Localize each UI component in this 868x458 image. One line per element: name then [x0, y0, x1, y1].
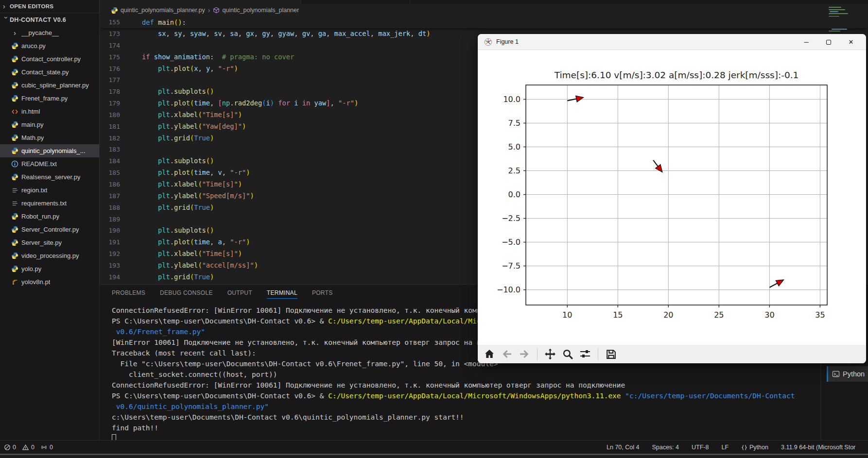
terminal-icon [832, 370, 840, 378]
file-item-aruco-py[interactable]: aruco.py [0, 39, 99, 52]
file-item--pycache-[interactable]: ›__pycache__ [0, 26, 99, 39]
vscode-window: › OPEN EDITORS › DH-CONTACT V0.6 ›__pyca… [0, 0, 868, 458]
file-item-video-processing-py[interactable]: video_processing.py [0, 249, 99, 262]
file-label: Frenet_frame.py [21, 95, 68, 102]
maximize-button[interactable] [817, 34, 840, 50]
sticky-scroll-line[interactable]: 155 def main(): [100, 17, 868, 28]
file-item-server-controller-py[interactable]: Server_Controller.py [0, 223, 99, 236]
line-number: 192 [100, 248, 120, 260]
file-item-contact-controller-py[interactable]: Contact_controller.py [0, 52, 99, 66]
file-label: Contact_controller.py [21, 55, 81, 63]
code-text: sx, sy, syaw, sv, sa, gx, gy, gyaw, gv, … [126, 28, 430, 40]
file-item-contact-state-py[interactable]: Contact_state.py [0, 66, 99, 79]
figure-titlebar[interactable]: Figure 1 ─ ✕ [478, 34, 866, 50]
line-number: 185 [100, 167, 120, 179]
file-label: Robot_run.py [21, 213, 59, 220]
breadcrumb-file[interactable]: quintic_polynomials_planner.py [121, 7, 205, 14]
close-button[interactable]: ✕ [840, 34, 862, 50]
toolbar-separator [537, 348, 538, 360]
explorer-sidebar: › OPEN EDITORS › DH-CONTACT V0.6 ›__pyca… [0, 0, 100, 440]
status-item-0[interactable]: 0 [22, 444, 35, 451]
project-header[interactable]: › DH-CONTACT V0.6 [0, 13, 99, 26]
figure-title: Figure 1 [496, 38, 519, 45]
zoom-tool-button[interactable] [561, 347, 574, 361]
status-item-python[interactable]: Python [741, 444, 768, 451]
active-tab-bottom [100, 0, 301, 4]
status-label: UTF-8 [692, 444, 709, 451]
forward-tool-button[interactable] [518, 347, 531, 361]
breadcrumb-symbol[interactable]: quintic_polynomials_planner [222, 7, 299, 14]
minimize-button[interactable]: ─ [795, 34, 817, 50]
file-item-cubic-spline-planner-py[interactable]: cubic_spline_planner.py [0, 79, 99, 92]
file-item-main-py[interactable]: main.py [0, 118, 99, 131]
panel-tab-output[interactable]: OUTPUT [227, 285, 252, 301]
code-text: plt.xlabel("Time[s]") [126, 248, 242, 260]
figure-canvas[interactable]: Time[s]:6.10 v[m/s]:3.02 a[m/ss]:0.28 je… [478, 50, 866, 345]
y-tick-label: −2.5 [502, 214, 521, 223]
terminal-tab-python[interactable]: Python [827, 366, 868, 382]
status-item-3-11-9-64-bit-microsoft-stor[interactable]: 3.11.9 64-bit (Microsoft Stor [781, 444, 855, 451]
open-editors-header[interactable]: › OPEN EDITORS [0, 0, 99, 13]
file-label: quintic_polynomials_... [21, 147, 86, 154]
python-icon [11, 42, 19, 50]
status-item-utf-8[interactable]: UTF-8 [692, 444, 709, 451]
y-tick-label: −10.0 [497, 285, 521, 294]
line-number: 190 [100, 225, 120, 237]
code-text: plt.subplots() [126, 86, 214, 98]
file-item-realsense-server-py[interactable]: Realsense_server.py [0, 170, 99, 184]
code-text: plt.ylabel("accel[m/ss]") [126, 260, 258, 271]
subplots-tool-button[interactable] [578, 347, 592, 361]
file-label: __pycache__ [21, 29, 59, 36]
breadcrumb[interactable]: quintic_polynomials_planner.py › quintic… [100, 4, 868, 17]
file-item-quintic-polynomials-[interactable]: quintic_polynomials_... [0, 144, 99, 157]
file-item-frenet-frame-py[interactable]: Frenet_frame.py [0, 92, 99, 105]
home-tool-button[interactable] [483, 347, 496, 361]
x-tick-label: 15 [613, 310, 623, 320]
panel-tab-problems[interactable]: PROBLEMS [112, 285, 145, 301]
panel-tab-debug-console[interactable]: DEBUG CONSOLE [160, 285, 213, 301]
file-item-requirements-txt[interactable]: requirements.txt [0, 197, 99, 210]
screen-bottom [0, 455, 868, 458]
file-label: Math.py [21, 134, 44, 141]
status-label: Python [749, 444, 768, 451]
status-item-ln-70-col-4[interactable]: Ln 70, Col 4 [607, 444, 639, 451]
status-item-spaces-4[interactable]: Spaces: 4 [652, 444, 679, 451]
python-icon [11, 265, 19, 273]
file-item-region-txt[interactable]: region.txt [0, 184, 99, 197]
figure-window[interactable]: Figure 1 ─ ✕ Time[s]:6.10 v[m/s]:3.02 a[… [478, 34, 866, 363]
chevron-right-icon: › [208, 6, 210, 14]
line-number: 182 [100, 133, 120, 144]
status-label: 3.11.9 64-bit (Microsoft Stor [781, 444, 855, 451]
back-tool-button[interactable] [500, 347, 514, 361]
line-number: 155 [100, 17, 120, 28]
python-file-icon [111, 7, 118, 14]
terminal-line: PS C:\Users\temp-user\Documents\DH-Conta… [112, 390, 860, 401]
file-item-yolo-py[interactable]: yolo.py [0, 262, 99, 275]
file-label: Realsense_server.py [21, 173, 80, 181]
code-text: plt.subplots() [126, 225, 214, 237]
file-item-in-html[interactable]: in.html [0, 105, 99, 118]
status-item-lf[interactable]: LF [721, 444, 729, 451]
pose-arrow [576, 96, 584, 102]
y-tick-label: 10.0 [503, 95, 521, 104]
save-tool-button[interactable] [604, 347, 618, 361]
panel-tab-ports[interactable]: PORTS [312, 285, 333, 301]
pan-tool-button[interactable] [543, 347, 557, 361]
status-label: LF [721, 444, 729, 451]
file-label: Server_Controller.py [21, 226, 79, 233]
status-left: 000 [4, 441, 53, 454]
status-item-0[interactable]: 0 [40, 444, 53, 451]
file-item-math-py[interactable]: Math.py [0, 131, 99, 144]
file-item-readme-txt[interactable]: README.txt [0, 157, 99, 170]
file-item-yolov8n-pt[interactable]: yolov8n.pt [0, 275, 99, 288]
line-number: 178 [100, 86, 120, 98]
file-label: Contact_state.py [21, 68, 69, 76]
line-number: 177 [100, 74, 120, 86]
file-item-robot-run-py[interactable]: Robot_run.py [0, 210, 99, 223]
file-item-server-site-py[interactable]: Server_site.py [0, 236, 99, 249]
status-label: 0 [31, 444, 35, 451]
terminal-tabs-list: Python [820, 363, 868, 440]
sticky-code-line[interactable]: 155 def main(): [100, 17, 868, 28]
status-item-0[interactable]: 0 [4, 444, 16, 451]
panel-tab-terminal[interactable]: TERMINAL [267, 285, 297, 301]
